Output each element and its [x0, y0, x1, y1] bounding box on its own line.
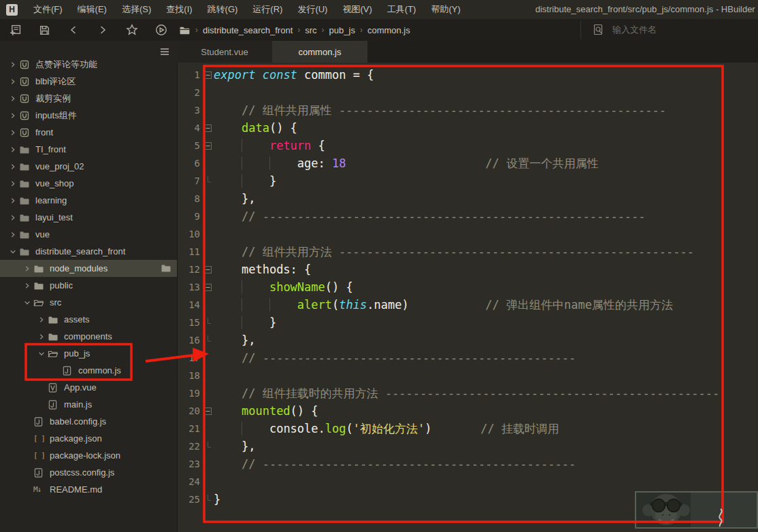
breadcrumb-item[interactable]: pub_js — [329, 25, 355, 35]
back-button[interactable] — [67, 23, 80, 37]
json-file-icon: [ ] — [33, 451, 46, 460]
tree-item[interactable]: main.js — [0, 396, 177, 413]
star-button[interactable] — [125, 23, 139, 37]
chevron-down-icon[interactable] — [8, 247, 19, 256]
chevron-right-icon[interactable] — [8, 179, 19, 188]
chevron-right-icon[interactable] — [8, 77, 19, 86]
tree-item[interactable]: components — [0, 328, 177, 345]
back-icon — [68, 24, 79, 35]
menu-item[interactable]: 视图(V) — [335, 3, 379, 16]
tree-item[interactable]: node_modules — [0, 260, 177, 277]
chevron-right-icon[interactable] — [37, 332, 48, 342]
fold-end-icon[interactable] — [202, 172, 214, 190]
chevron-right-icon[interactable] — [8, 111, 19, 120]
tree-item[interactable]: src — [0, 294, 177, 311]
tree-item[interactable]: postcss.config.js — [0, 464, 177, 481]
breadcrumb-item[interactable]: common.js — [367, 25, 410, 35]
code-line: 9 // -----------------------------------… — [177, 207, 758, 225]
menu-item[interactable]: 选择(S) — [114, 3, 159, 16]
fold-marker-icon[interactable] — [202, 261, 214, 278]
chevron-right-icon[interactable] — [22, 281, 33, 290]
code-line: 14 alert(this.name) // 弹出组件中name属性的共用方法 — [177, 296, 758, 314]
tree-item[interactable]: vue_shop — [0, 175, 177, 192]
fold-end-icon[interactable] — [202, 314, 214, 331]
line-number: 9 — [177, 207, 202, 225]
tree-item[interactable]: learning — [0, 192, 177, 209]
tree-item-label: 裁剪实例 — [35, 93, 71, 105]
fold-spacer — [202, 190, 214, 207]
chevron-right-icon[interactable] — [8, 128, 19, 137]
chevron-right-icon[interactable] — [8, 196, 19, 205]
tree-item[interactable]: babel.config.js — [0, 413, 177, 430]
code-lines: 1export const common = {23 // 组件共用属性 ---… — [177, 66, 758, 508]
star-icon — [126, 24, 138, 36]
save-button[interactable] — [37, 23, 51, 37]
fold-marker-icon[interactable] — [202, 278, 214, 296]
chevron-right-icon[interactable] — [22, 264, 33, 273]
menu-item[interactable]: 工具(T) — [380, 3, 424, 16]
chevron-right-icon[interactable] — [8, 213, 19, 222]
menu-item[interactable]: 文件(F) — [26, 3, 70, 16]
tab-student-vue[interactable]: Student.vue — [177, 41, 272, 63]
chevron-right-icon[interactable] — [8, 60, 19, 69]
tree-item[interactable]: pub_js — [0, 345, 177, 362]
chevron-right-icon[interactable] — [8, 162, 19, 171]
code-editor[interactable]: 1export const common = {23 // 组件共用属性 ---… — [177, 63, 758, 532]
tree-item[interactable]: front — [0, 124, 177, 141]
folder-open-icon — [33, 297, 46, 308]
tree-item[interactable]: blbl评论区 — [0, 73, 177, 90]
tree-item[interactable]: inputs组件 — [0, 107, 177, 124]
fold-marker-icon[interactable] — [202, 66, 214, 84]
chevron-right-icon[interactable] — [8, 230, 19, 239]
menu-item[interactable]: 查找(I) — [159, 3, 199, 16]
tree-item[interactable]: public — [0, 277, 177, 294]
breadcrumb-item[interactable]: src — [305, 25, 316, 35]
watermark-mascot — [635, 491, 758, 529]
fold-end-icon[interactable] — [202, 437, 214, 455]
code-text: } — [214, 491, 220, 508]
fold-marker-icon[interactable] — [202, 119, 214, 137]
menu-item[interactable]: 帮助(Y) — [423, 3, 467, 16]
tree-item-label: src — [50, 297, 61, 307]
tree-item[interactable]: [ ]package-lock.json — [0, 447, 177, 464]
chevron-right-icon[interactable] — [8, 94, 19, 103]
code-line: 4 data() { — [177, 119, 758, 137]
breadcrumb-item[interactable]: distribute_search_front — [203, 25, 293, 35]
tree-item[interactable]: vue_proj_02 — [0, 158, 177, 175]
tree-item[interactable]: vue — [0, 226, 177, 243]
menu-item[interactable]: 编辑(E) — [70, 3, 114, 16]
menu-item[interactable]: 跳转(G) — [200, 3, 246, 16]
chevron-down-icon[interactable] — [37, 349, 48, 359]
tree-item[interactable]: [ ]package.json — [0, 430, 177, 447]
code-line: 10 — [177, 225, 758, 243]
tab-common-js[interactable]: common.js — [272, 41, 367, 63]
breadcrumb-separator-icon: › — [195, 25, 198, 35]
fold-marker-icon[interactable] — [202, 137, 214, 154]
tree-item[interactable]: TI_front — [0, 141, 177, 158]
fold-marker-icon[interactable] — [202, 402, 214, 420]
tree-item[interactable]: 点赞评论等功能 — [0, 56, 177, 73]
chevron-right-icon[interactable] — [37, 315, 48, 325]
code-text: }, — [214, 190, 255, 207]
tree-item[interactable]: assets — [0, 311, 177, 328]
new-file-button[interactable] — [8, 23, 22, 37]
fold-end-icon[interactable] — [202, 331, 214, 349]
fold-end-icon[interactable] — [202, 491, 214, 508]
code-line: 12 methods: { — [177, 261, 758, 278]
chevron-right-icon[interactable] — [8, 145, 19, 154]
new-file-icon — [10, 24, 21, 36]
tree-item[interactable]: distribute_search_front — [0, 243, 177, 260]
fold-spacer — [202, 225, 214, 243]
chevron-down-icon[interactable] — [22, 298, 33, 307]
folder-closed-icon — [19, 144, 32, 155]
run-button[interactable] — [154, 23, 168, 37]
menu-item[interactable]: 发行(U) — [290, 3, 335, 16]
tree-item[interactable]: 裁剪实例 — [0, 90, 177, 107]
tree-item[interactable]: layui_test — [0, 209, 177, 226]
menu-item[interactable]: 运行(R) — [245, 3, 290, 16]
tree-item[interactable]: M↓README.md — [0, 481, 177, 498]
tree-item[interactable]: common.js — [0, 362, 177, 379]
file-search[interactable]: 输入文件名 — [580, 21, 755, 39]
forward-button[interactable] — [96, 23, 110, 37]
tree-item[interactable]: App.vue — [0, 379, 177, 396]
